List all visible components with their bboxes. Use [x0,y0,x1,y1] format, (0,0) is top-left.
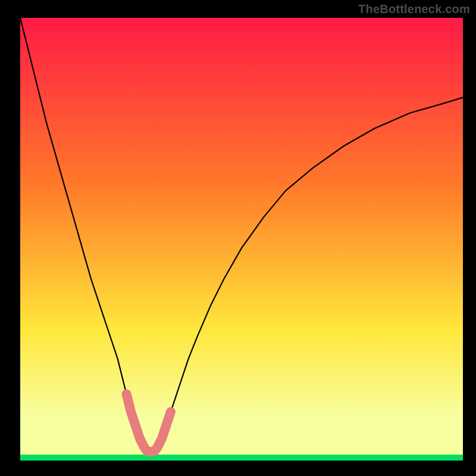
plot-bottom-strip [20,455,463,461]
chart-stage: TheBottleneck.com [0,0,476,476]
bottleneck-plot [0,0,476,476]
watermark-text: TheBottleneck.com [358,2,470,16]
plot-gradient-background [20,18,463,461]
